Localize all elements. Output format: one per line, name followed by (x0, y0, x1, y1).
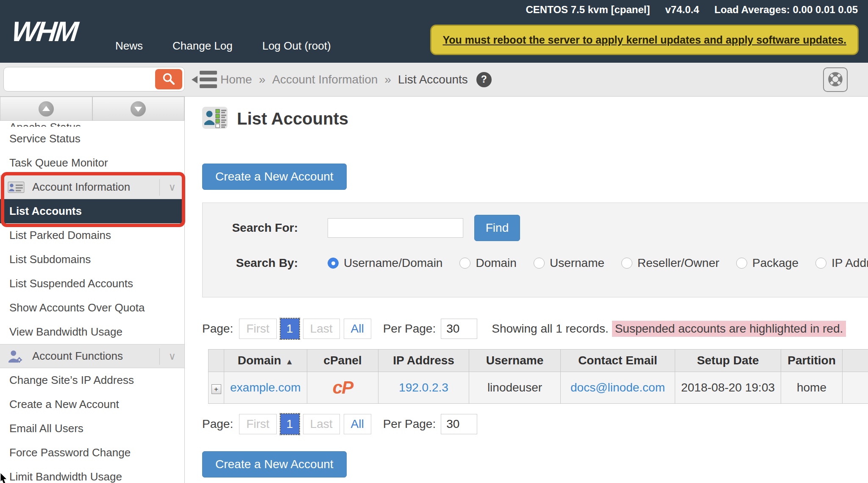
sidebar-item-email-all-users[interactable]: Email All Users (0, 416, 184, 441)
sidebar-section-account-functions[interactable]: Account Functions∨ (0, 344, 184, 368)
chevron-down-icon[interactable]: ∨ (168, 350, 176, 362)
lifesaver-icon (826, 70, 844, 89)
cell-linodeuser: linodeuser (469, 372, 561, 404)
search-button[interactable] (155, 69, 182, 89)
radio-label: Username/Domain (344, 256, 442, 270)
pagination-top: Page: First1LastAll Per Page: Showing al… (202, 319, 868, 339)
reboot-warning-banner[interactable]: You must reboot the server to apply kern… (430, 25, 859, 55)
per-page-input[interactable] (441, 414, 477, 434)
create-account-button-bottom[interactable]: Create a New Account (202, 451, 347, 477)
sidebar-item-list-parked-domains[interactable]: List Parked Domains (0, 223, 184, 247)
per-page-input[interactable] (441, 319, 477, 339)
radio-label: Reseller/Owner (637, 256, 719, 270)
pagination-buttons: First1LastAll (239, 414, 371, 434)
breadcrumb-bar: Home»Account Information»List Accounts? (0, 63, 868, 97)
column-header-setup-date[interactable]: Setup Date (675, 350, 781, 372)
search-for-row: Search For: Find (203, 215, 868, 241)
help-question-icon[interactable]: ? (476, 72, 492, 87)
sidebar-item-change-site-s-ip-address[interactable]: Change Site’s IP Address (0, 368, 184, 392)
radio-icon[interactable] (459, 258, 470, 269)
collapse-sidebar-icon[interactable] (192, 70, 219, 91)
scroll-up-icon (39, 101, 54, 117)
column-header-partition[interactable]: Partition (781, 350, 843, 372)
search-for-input[interactable] (328, 218, 463, 238)
top-nav: NewsChange LogLog Out (root) (115, 39, 331, 53)
top-nav-news[interactable]: News (115, 39, 143, 53)
sidebar-item-limit-bandwidth-usage[interactable]: Limit Bandwidth Usage (0, 465, 184, 483)
sidebar-section-label: Account Information (32, 180, 130, 194)
search-by-options: Username/DomainDomainUsernameReseller/Ow… (328, 256, 868, 270)
breadcrumb-separator: » (384, 73, 391, 86)
expand-row-button[interactable]: + (211, 384, 221, 394)
sidebar-item-force-password-change[interactable]: Force Password Change (0, 441, 184, 465)
search-by-option-ip-address[interactable]: IP Address (815, 256, 868, 270)
radio-icon[interactable] (534, 258, 545, 269)
column-header-username[interactable]: Username (469, 350, 561, 372)
sidebar-menu: Service StatusTask Queue MonitorAccount … (0, 127, 184, 483)
column-header-cpanel[interactable]: cPanel (307, 350, 378, 372)
page-button-1[interactable]: 1 (281, 414, 299, 434)
cpanel-logo-icon[interactable]: cP (333, 378, 353, 397)
chevron-down-icon[interactable]: ∨ (168, 181, 176, 193)
table-row: +example.comcP192.0.2.3linodeuserdocs@li… (209, 372, 868, 404)
search-input[interactable] (9, 69, 153, 89)
search-by-option-username[interactable]: Username (534, 256, 604, 270)
radio-icon[interactable] (815, 258, 826, 269)
sidebar-item-clipped[interactable]: Apache Status (0, 121, 184, 127)
page-button-all[interactable]: All (344, 414, 371, 434)
mouse-cursor (0, 473, 9, 483)
search-by-option-domain[interactable]: Domain (459, 256, 516, 270)
radio-label: IP Address (832, 256, 868, 270)
top-nav-change-log[interactable]: Change Log (172, 39, 233, 53)
search-by-option-reseller-owner[interactable]: Reseller/Owner (621, 256, 719, 270)
search-by-option-username-domain[interactable]: Username/Domain (328, 256, 442, 270)
breadcrumb-home[interactable]: Home (220, 73, 252, 86)
section-divider (159, 348, 160, 365)
column-header-blank (843, 350, 868, 372)
whm-logo[interactable]: WHM (10, 15, 78, 47)
create-account-button-top[interactable]: Create a New Account (202, 164, 347, 190)
radio-selected-icon[interactable] (328, 258, 339, 269)
page-button-all[interactable]: All (344, 319, 371, 339)
sidebar-section-account-information[interactable]: Account Information∨ (0, 175, 184, 199)
sidebar-scroll-down-button[interactable] (92, 97, 185, 121)
link-docs-linode-com[interactable]: docs@linode.com (570, 381, 665, 394)
table-header-row: Domain▲cPanelIP AddressUsernameContact E… (209, 350, 868, 372)
top-nav-log-out-root[interactable]: Log Out (root) (262, 39, 331, 53)
search-by-option-package[interactable]: Package (736, 256, 798, 270)
sidebar-item-create-a-new-account[interactable]: Create a New Account (0, 392, 184, 416)
page-label: Page: (202, 417, 233, 431)
scroll-down-icon (131, 101, 146, 117)
sidebar-search-box (3, 67, 185, 92)
radio-icon[interactable] (736, 258, 747, 269)
cell-2018-08-20-19-03: 2018-08-20 19:03 (675, 372, 781, 404)
sidebar-section-label: Account Functions (32, 350, 123, 363)
sidebar-item-list-suspended-accounts[interactable]: List Suspended Accounts (0, 272, 184, 296)
sidebar-item-list-accounts[interactable]: List Accounts (0, 199, 184, 223)
find-button[interactable]: Find (474, 215, 520, 241)
breadcrumb-account-information[interactable]: Account Information (272, 73, 378, 86)
radio-icon[interactable] (621, 258, 632, 269)
column-header-ip-address[interactable]: IP Address (378, 350, 469, 372)
list-accounts-icon (202, 107, 228, 130)
sidebar-item-service-status[interactable]: Service Status (0, 127, 184, 151)
sidebar-item-view-bandwidth-usage[interactable]: View Bandwidth Usage (0, 320, 184, 344)
column-header-contact-email[interactable]: Contact Email (561, 350, 675, 372)
account-functions-icon (8, 350, 26, 363)
column-header-domain[interactable]: Domain▲ (224, 350, 307, 372)
link-192-0-2-3[interactable]: 192.0.2.3 (399, 381, 448, 394)
page-button-1[interactable]: 1 (281, 319, 299, 339)
support-button[interactable] (823, 67, 848, 92)
sidebar-item-list-subdomains[interactable]: List Subdomains (0, 247, 184, 272)
cell-example-com: example.com (224, 372, 307, 404)
per-page-label: Per Page: (383, 322, 436, 336)
link-example-com[interactable]: example.com (230, 381, 301, 394)
sidebar-scroll-up-button[interactable] (0, 97, 92, 121)
suspended-note: Suspended accounts are highlighted in re… (612, 321, 846, 337)
sort-ascending-icon: ▲ (285, 357, 293, 366)
search-for-label: Search For: (203, 221, 298, 235)
server-status-bar: CENTOS 7.5 kvm [cpanel] v74.0.4 Load Ave… (526, 4, 858, 16)
sidebar-item-show-accounts-over-quota[interactable]: Show Accounts Over Quota (0, 296, 184, 320)
breadcrumb-separator: » (259, 73, 266, 86)
sidebar-item-task-queue-monitor[interactable]: Task Queue Monitor (0, 151, 184, 175)
